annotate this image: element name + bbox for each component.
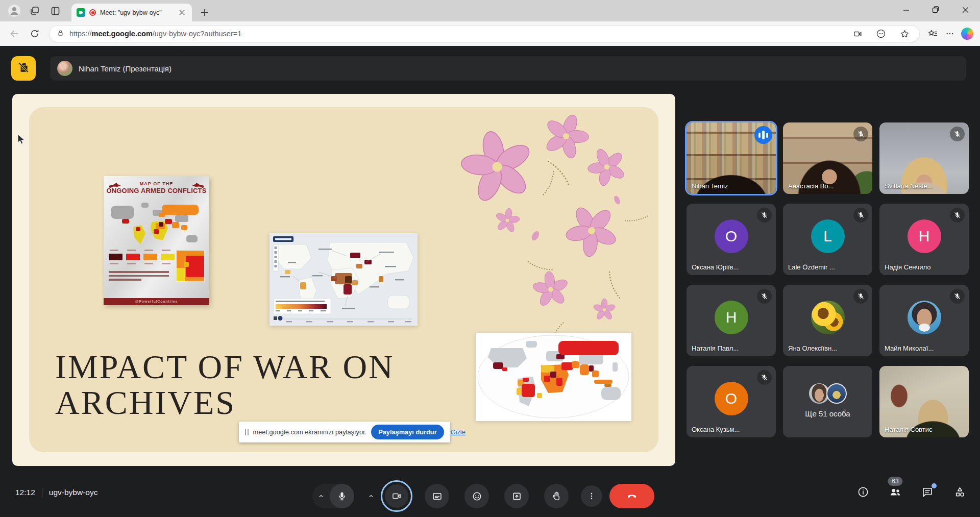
participant-tile[interactable]: L Lale Özdemir ... bbox=[783, 204, 872, 275]
stop-sharing-button[interactable]: Paylaşmayı durdur bbox=[371, 425, 444, 439]
favorites-bar-icon[interactable] bbox=[925, 26, 940, 41]
mic-off-icon bbox=[950, 289, 965, 304]
address-bar[interactable]: https://meet.google.com/ugv-bybw-oyc?aut… bbox=[49, 25, 920, 42]
participant-name: Яна Олексіївн... bbox=[788, 344, 837, 352]
browser-tab[interactable]: Meet: "ugv-bybw-oyc" bbox=[71, 4, 192, 21]
more-options-button[interactable] bbox=[581, 485, 602, 507]
presentation-warning-badge[interactable] bbox=[11, 56, 36, 81]
participant-avatar: Н bbox=[715, 301, 748, 334]
participant-tile[interactable]: Яна Олексіївн... bbox=[783, 285, 872, 356]
participant-name: Оксана Юріїв... bbox=[692, 263, 739, 271]
participant-tile[interactable]: Н Надія Сенчило bbox=[879, 204, 969, 275]
activities-button[interactable] bbox=[952, 485, 967, 499]
participant-tile[interactable]: Анастасія Во... bbox=[783, 122, 872, 194]
participant-count-badge: 63 bbox=[888, 477, 902, 486]
meet-app: Nihan Temiz (Презентація) bbox=[0, 46, 980, 517]
displacement-map bbox=[270, 233, 418, 326]
slide-title: IMPACT OF WAR ON ARCHIVES bbox=[55, 349, 448, 421]
window-restore-button[interactable] bbox=[921, 0, 950, 19]
armed-conflicts-poster: MAP OF THE ONGOING ARMED CONFLICTS bbox=[104, 176, 209, 305]
participant-name: Анастасія Во... bbox=[788, 182, 834, 190]
presenter-name: Nihan Temiz (Презентація) bbox=[79, 64, 172, 73]
participant-tile[interactable]: Ще 51 особа bbox=[783, 366, 872, 437]
mic-off-icon bbox=[950, 127, 965, 141]
meeting-panels: 63 bbox=[856, 485, 967, 499]
participant-tile[interactable]: Н Наталія Павл... bbox=[687, 285, 776, 356]
poster-source-text bbox=[109, 271, 169, 281]
camera-options-chevron[interactable] bbox=[362, 484, 380, 508]
presenter-filmstrip[interactable]: Nihan Temiz (Презентація) bbox=[50, 56, 966, 81]
window-close-button[interactable] bbox=[950, 0, 980, 19]
mic-options-chevron[interactable] bbox=[312, 484, 330, 508]
drag-handle-icon[interactable] bbox=[245, 429, 249, 435]
back-icon[interactable] bbox=[5, 24, 23, 43]
tab-actions-icon[interactable] bbox=[46, 2, 64, 19]
chat-button[interactable] bbox=[920, 485, 935, 499]
poster-heading-small: MAP OF THE bbox=[104, 181, 209, 186]
participant-tile[interactable]: О Оксана Кузьм... bbox=[687, 366, 776, 437]
participant-grid: Nihan Temiz Анастасія Во... Svitlana Nes… bbox=[687, 122, 969, 437]
clock-time: 12:12 bbox=[15, 488, 35, 497]
captions-button[interactable] bbox=[425, 484, 449, 508]
raise-hand-button[interactable] bbox=[544, 484, 569, 508]
refresh-icon[interactable] bbox=[26, 24, 44, 43]
copilot-icon[interactable] bbox=[960, 26, 975, 41]
participant-tile[interactable]: Nihan Temiz bbox=[687, 122, 776, 194]
settings-more-icon[interactable] bbox=[942, 26, 958, 41]
participant-tile[interactable]: О Оксана Юріїв... bbox=[687, 204, 776, 275]
mic-off-icon bbox=[757, 289, 772, 304]
poster-inset-map bbox=[176, 250, 205, 282]
poster-heading-large: ONGOING ARMED CONFLICTS bbox=[104, 187, 209, 194]
new-tab-button[interactable] bbox=[196, 4, 212, 20]
participant-avatar: О bbox=[715, 219, 748, 253]
meeting-details-button[interactable] bbox=[856, 485, 870, 499]
participant-tile[interactable]: Svitlana Neste... bbox=[879, 122, 969, 194]
camera-button[interactable] bbox=[385, 484, 408, 508]
tab-close-icon[interactable] bbox=[177, 8, 187, 18]
leave-call-button[interactable] bbox=[609, 484, 654, 508]
mic-off-icon bbox=[757, 208, 772, 223]
permissions-ellipsis-icon[interactable] bbox=[873, 26, 889, 41]
share-message: meet.google.com ekranınızı paylaşıyor. bbox=[253, 428, 367, 436]
present-screen-button[interactable] bbox=[504, 484, 529, 508]
microphone-button[interactable] bbox=[330, 484, 354, 508]
participants-button[interactable]: 63 bbox=[888, 485, 902, 499]
overflow-avatar-emblem bbox=[826, 383, 847, 404]
mouse-cursor bbox=[17, 134, 26, 146]
favorite-star-icon[interactable] bbox=[897, 26, 912, 41]
window-minimize-button[interactable] bbox=[891, 0, 921, 19]
poster-legend bbox=[109, 254, 175, 260]
presenter-avatar bbox=[57, 61, 72, 76]
participant-name: Lale Özdemir ... bbox=[788, 263, 835, 271]
participant-avatar bbox=[811, 301, 845, 334]
participant-name: Наталія Павл... bbox=[692, 344, 739, 352]
participant-name: Nihan Temiz bbox=[692, 182, 728, 190]
browser-toolbar: https://meet.google.com/ugv-bybw-oyc?aut… bbox=[0, 21, 980, 46]
url-text: https://meet.google.com/ugv-bybw-oyc?aut… bbox=[69, 30, 845, 38]
shared-screen: MAP OF THE ONGOING ARMED CONFLICTS bbox=[12, 94, 675, 466]
participant-name: Наталія Совтис bbox=[885, 426, 932, 433]
meeting-code: ugv-bybw-oyc bbox=[49, 488, 98, 497]
building-disabled-icon bbox=[17, 61, 30, 76]
divider bbox=[42, 488, 42, 497]
poster-world-map bbox=[108, 201, 205, 252]
participant-name: Оксана Кузьм... bbox=[692, 426, 740, 433]
call-controls bbox=[312, 480, 654, 512]
camera-focus-ring bbox=[381, 480, 412, 512]
hide-share-bar-link[interactable]: Gizle bbox=[451, 428, 465, 436]
meeting-info: 12:12 ugv-bybw-oyc bbox=[15, 483, 97, 502]
profile-icon[interactable] bbox=[5, 2, 23, 19]
mic-off-icon bbox=[950, 208, 965, 223]
camera-permission-icon[interactable] bbox=[850, 26, 865, 41]
participant-avatar: О bbox=[715, 382, 748, 415]
participant-name: Надія Сенчило bbox=[885, 263, 931, 271]
chat-notification-dot bbox=[932, 483, 937, 488]
workspaces-icon[interactable] bbox=[26, 2, 44, 19]
poster-credit: @PowerfulCountries bbox=[104, 298, 209, 305]
reactions-button[interactable] bbox=[464, 484, 489, 508]
tab-recording-icon bbox=[89, 9, 96, 16]
participant-tile[interactable]: Наталія Совтис bbox=[879, 366, 969, 437]
participant-tile[interactable]: Майя Миколаї... bbox=[879, 285, 969, 356]
browser-tab-bar: Meet: "ugv-bybw-oyc" bbox=[0, 0, 980, 21]
mic-off-icon bbox=[853, 208, 868, 223]
